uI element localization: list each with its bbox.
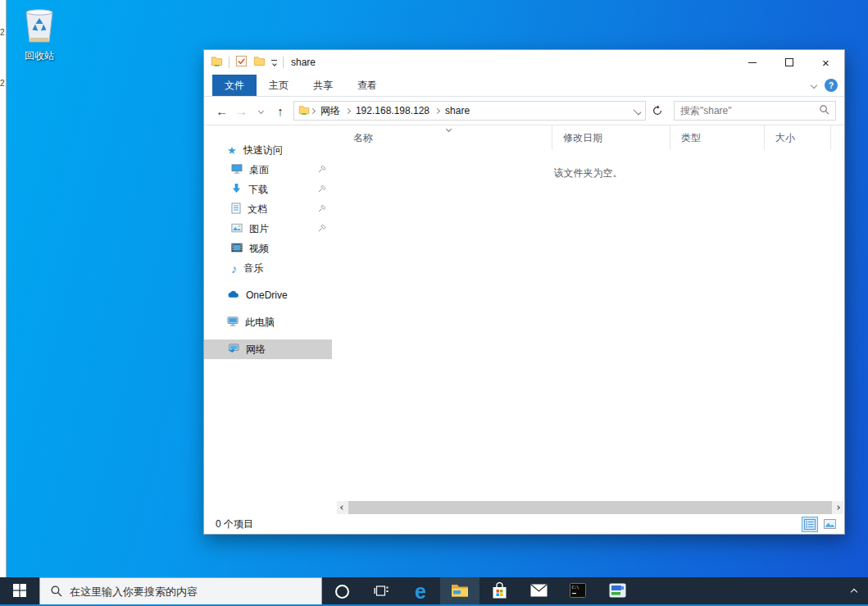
pin-icon [318, 184, 326, 195]
file-list-pane: 名称 修改日期 类型 大小 该文件夹为空。 [332, 125, 844, 514]
details-view-button[interactable] [802, 517, 818, 532]
column-header-type[interactable]: 类型 [670, 125, 765, 150]
up-button[interactable]: ↑ [270, 101, 290, 121]
onedrive-cloud-icon [227, 289, 239, 301]
breadcrumb-separator-icon [310, 107, 316, 113]
vmware-tool-button[interactable] [598, 577, 637, 606]
breadcrumb-separator-icon [345, 107, 351, 113]
properties-check-icon[interactable] [235, 55, 248, 70]
empty-folder-message: 该文件夹为空。 [332, 166, 844, 180]
music-note-icon: ♪ [231, 262, 238, 275]
files-area[interactable]: 该文件夹为空。 [332, 150, 844, 501]
window-title: share [291, 57, 316, 68]
store-button[interactable] [479, 577, 519, 606]
address-dropdown-icon[interactable] [634, 107, 642, 115]
this-pc-icon [227, 317, 239, 329]
command-prompt-icon: C:\ [570, 583, 586, 600]
close-button[interactable]: × [807, 50, 844, 75]
column-headers: 名称 修改日期 类型 大小 [332, 125, 844, 150]
mail-button[interactable] [519, 577, 558, 606]
vmware-tool-icon [609, 583, 626, 600]
desktop: 2 2 回收站 [0, 0, 868, 606]
taskbar: e C:\ [0, 577, 868, 606]
mail-envelope-icon [530, 584, 548, 599]
taskbar-search-input[interactable] [70, 585, 311, 598]
cortana-circle-icon [335, 585, 349, 599]
search-icon [819, 104, 829, 117]
back-button[interactable]: ← [212, 101, 232, 121]
column-header-size[interactable]: 大小 [765, 125, 831, 150]
sidebar-item-videos[interactable]: 视频 [204, 239, 332, 258]
taskbar-search-box[interactable] [39, 577, 322, 606]
new-folder-icon[interactable] [253, 55, 266, 70]
breadcrumb-share[interactable]: share [440, 105, 475, 116]
network-icon [227, 344, 239, 356]
forward-button[interactable]: → [232, 101, 252, 121]
qat-customize-dropdown-icon[interactable] [271, 60, 277, 66]
breadcrumb-host[interactable]: 192.168.198.128 [351, 105, 434, 116]
navigation-pane: ★ 快速访问 桌面 下载 文档 [204, 125, 332, 514]
maximize-button[interactable] [770, 50, 807, 75]
file-explorer-button[interactable] [440, 577, 479, 606]
pictures-icon [231, 223, 243, 235]
minimize-icon [748, 62, 757, 63]
horizontal-scrollbar[interactable] [337, 501, 843, 514]
network-folder-icon[interactable] [211, 55, 223, 70]
recycle-bin-label: 回收站 [15, 49, 64, 63]
sidebar-item-this-pc[interactable]: 此电脑 [204, 312, 332, 332]
sidebar-item-documents[interactable]: 文档 [204, 199, 332, 219]
tab-share[interactable]: 共享 [301, 75, 345, 96]
sidebar-item-onedrive[interactable]: OneDrive [204, 285, 332, 305]
sidebar-item-pictures[interactable]: 图片 [204, 219, 332, 239]
status-bar: 0 个项目 [204, 514, 844, 534]
minimize-button[interactable] [734, 50, 770, 75]
edge-strip-text: 2 [0, 79, 5, 88]
edge-icon: e [415, 581, 426, 602]
start-button[interactable] [0, 577, 39, 606]
videos-icon [231, 243, 243, 255]
navigation-bar: ← → ↑ 网络 192.168.198.128 share [204, 97, 844, 125]
close-icon: × [822, 56, 829, 70]
tab-file[interactable]: 文件 [212, 75, 257, 96]
sidebar-item-desktop[interactable]: 桌面 [204, 160, 332, 180]
sidebar-item-music[interactable]: ♪ 音乐 [204, 258, 332, 278]
column-header-name[interactable]: 名称 [332, 125, 552, 150]
explorer-search-box[interactable] [674, 101, 836, 121]
breadcrumb-network[interactable]: 网络 [316, 104, 345, 118]
file-explorer-icon [451, 583, 469, 600]
sidebar-item-quick-access[interactable]: ★ 快速访问 [204, 140, 332, 160]
tab-view[interactable]: 查看 [345, 75, 389, 96]
recycle-bin-shortcut[interactable]: 回收站 [15, 5, 64, 63]
show-hidden-icons-chevron[interactable] [851, 588, 857, 595]
help-icon[interactable]: ? [825, 79, 838, 92]
expand-ribbon-icon[interactable] [811, 82, 817, 89]
desktop-icon [231, 164, 243, 176]
breadcrumb-separator-icon [434, 107, 440, 113]
column-header-date-modified[interactable]: 修改日期 [552, 125, 670, 150]
task-view-button[interactable] [361, 577, 401, 606]
recent-locations-icon[interactable] [251, 101, 270, 121]
edge-button[interactable]: e [401, 577, 440, 606]
ribbon-tabs: 文件 主页 共享 查看 ? [204, 75, 844, 97]
sidebar-item-network[interactable]: 网络 [204, 339, 332, 359]
scroll-right-icon[interactable] [832, 506, 843, 509]
thumbnails-view-button[interactable] [821, 517, 838, 532]
scrollbar-thumb[interactable] [348, 501, 832, 514]
command-prompt-button[interactable]: C:\ [558, 577, 598, 606]
tab-home[interactable]: 主页 [257, 75, 301, 96]
edge-strip-text: 2 [0, 28, 5, 37]
refresh-button[interactable] [648, 101, 667, 121]
pin-icon [318, 223, 326, 235]
quick-access-star-icon: ★ [227, 145, 237, 156]
sidebar-item-downloads[interactable]: 下载 [204, 180, 332, 199]
cortana-button[interactable] [322, 577, 361, 606]
scroll-left-icon[interactable] [337, 506, 348, 509]
explorer-search-input[interactable] [680, 105, 819, 116]
address-bar[interactable]: 网络 192.168.198.128 share [293, 101, 646, 121]
pin-icon [318, 164, 326, 175]
windows-logo-icon [13, 584, 26, 599]
item-count: 0 个项目 [216, 517, 253, 531]
task-view-icon [374, 585, 389, 599]
downloads-icon [231, 183, 242, 196]
store-icon [492, 582, 507, 602]
